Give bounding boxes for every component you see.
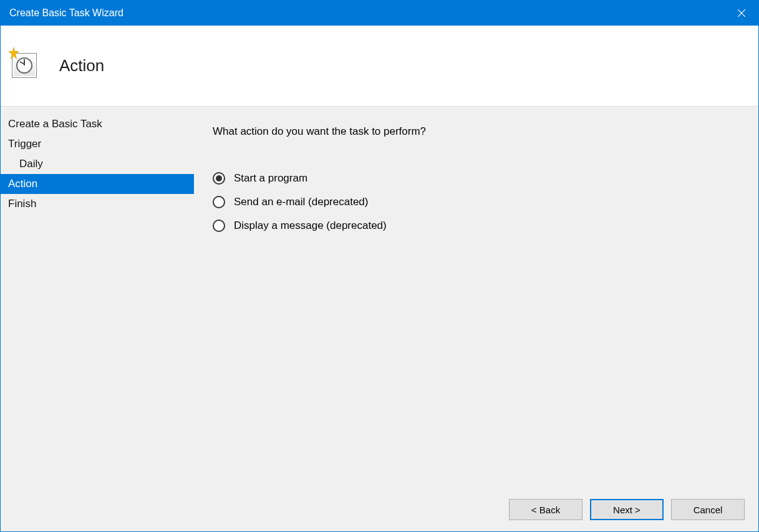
close-icon xyxy=(738,9,745,17)
window-title: Create Basic Task Wizard xyxy=(9,7,123,19)
sidebar-item-create-basic-task[interactable]: Create a Basic Task xyxy=(1,114,194,134)
action-question: What action do you want the task to perf… xyxy=(213,125,740,138)
radio-label: Send an e-mail (deprecated) xyxy=(234,196,368,208)
radio-label: Display a message (deprecated) xyxy=(234,220,387,232)
sidebar-item-finish[interactable]: Finish xyxy=(1,194,194,214)
wizard-header: Action xyxy=(1,26,758,107)
cancel-button[interactable]: Cancel xyxy=(671,499,745,520)
task-scheduler-icon xyxy=(9,51,41,82)
next-button[interactable]: Next > xyxy=(590,499,664,520)
radio-option-send-email[interactable]: Send an e-mail (deprecated) xyxy=(213,196,740,208)
sidebar-item-action[interactable]: Action xyxy=(1,174,194,194)
wizard-body: Create a Basic Task Trigger Daily Action… xyxy=(1,107,758,489)
radio-option-display-message[interactable]: Display a message (deprecated) xyxy=(213,220,740,232)
svg-marker-2 xyxy=(9,47,19,58)
radio-icon xyxy=(213,220,225,232)
radio-option-start-program[interactable]: Start a program xyxy=(213,172,740,185)
back-button[interactable]: < Back xyxy=(509,499,583,520)
close-button[interactable] xyxy=(724,1,758,26)
wizard-steps-sidebar: Create a Basic Task Trigger Daily Action… xyxy=(1,107,194,489)
page-title: Action xyxy=(59,56,104,75)
wizard-footer: < Back Next > Cancel xyxy=(1,488,758,531)
sidebar-item-daily[interactable]: Daily xyxy=(1,154,194,174)
sidebar-item-trigger[interactable]: Trigger xyxy=(1,134,194,154)
radio-label: Start a program xyxy=(234,172,307,185)
wizard-content: What action do you want the task to perf… xyxy=(194,107,758,489)
titlebar: Create Basic Task Wizard xyxy=(1,1,758,26)
radio-icon xyxy=(213,196,225,208)
radio-icon xyxy=(213,172,225,185)
